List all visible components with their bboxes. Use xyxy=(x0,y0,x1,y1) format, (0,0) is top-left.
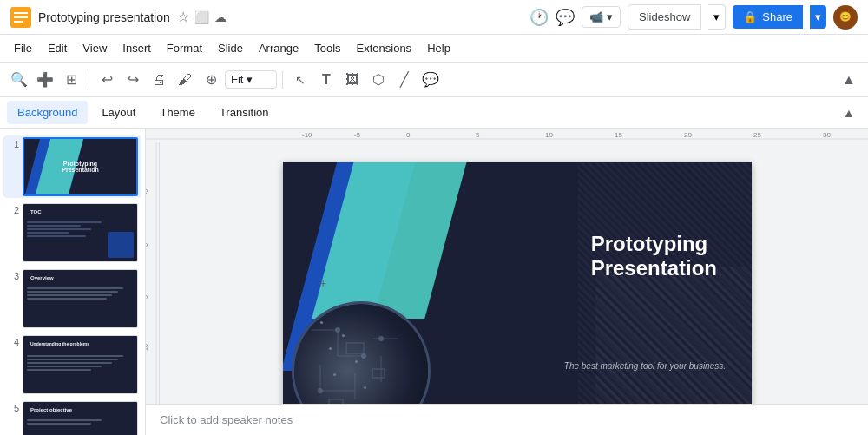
title-right: 🕐 💬 📹 ▾ Slideshow ▾ 🔒 Share ▾ 😊 xyxy=(529,4,858,30)
toolbar-right: ▲ xyxy=(837,68,861,92)
toolbar: 🔍 ➕ ⊞ ↩ ↪ 🖨 🖌 ⊕ Fit ▾ ↖ T 🖼 ⬡ ╱ 💬 ▲ xyxy=(0,63,868,97)
menu-file[interactable]: File xyxy=(7,38,39,58)
menu-help[interactable]: Help xyxy=(420,38,457,58)
meet-button[interactable]: 📹 ▾ xyxy=(582,6,621,28)
speaker-notes[interactable]: Click to add speaker notes xyxy=(146,404,868,435)
menu-format[interactable]: Format xyxy=(160,38,209,58)
svg-text:5: 5 xyxy=(146,295,148,299)
slide-thumbnail-5[interactable]: 5 Project objective xyxy=(3,399,141,435)
avatar[interactable]: 😊 xyxy=(833,5,858,30)
svg-rect-2 xyxy=(14,16,28,18)
slide-thumbnail-4[interactable]: 4 Understanding the problems xyxy=(3,333,141,396)
slideshow-dropdown-button[interactable]: ▾ xyxy=(708,4,726,30)
meet-icon: 📹 xyxy=(589,10,603,23)
svg-rect-1 xyxy=(14,12,28,14)
lock-icon: 🔒 xyxy=(743,10,757,23)
menu-insert[interactable]: Insert xyxy=(115,38,158,58)
slide-thumbnail-2[interactable]: 2 TOC xyxy=(3,201,141,264)
print-button[interactable]: 🖨 xyxy=(147,68,171,92)
ruler-v-ticks: -5 0 5 10 xyxy=(146,142,160,435)
grid-button[interactable]: ⊞ xyxy=(59,68,83,92)
slide-subtitle: The best marketing tool for your busines… xyxy=(564,361,726,371)
svg-text:15: 15 xyxy=(615,131,622,139)
svg-text:5: 5 xyxy=(476,131,480,139)
paint-format-button[interactable]: 🖌 xyxy=(173,68,197,92)
svg-text:25: 25 xyxy=(753,131,761,139)
svg-text:30: 30 xyxy=(823,131,831,139)
svg-text:0: 0 xyxy=(406,131,411,139)
svg-text:-5: -5 xyxy=(146,189,148,194)
zoom-selector[interactable]: Fit ▾ xyxy=(225,70,277,89)
svg-text:-10: -10 xyxy=(302,131,312,139)
menu-arrange[interactable]: Arrange xyxy=(252,38,306,58)
add-button[interactable]: ➕ xyxy=(33,68,57,92)
slide-5-title: Project objective xyxy=(30,407,72,412)
main-slide[interactable]: PrototypingPresentation The best marketi… xyxy=(283,162,752,423)
text-button[interactable]: T xyxy=(314,68,339,92)
cloud-icon[interactable]: ☁ xyxy=(214,10,227,24)
comment-button[interactable]: 💬 xyxy=(556,8,575,27)
slide-num-2: 2 xyxy=(7,203,19,215)
toolbar-separator-2 xyxy=(282,71,283,89)
slide-4-title: Understanding the problems xyxy=(30,341,89,347)
slide-texture-br xyxy=(595,267,752,423)
history-button[interactable]: 🕐 xyxy=(529,8,549,27)
main-area: 1 PrototypingPresentation 2 TOC xyxy=(0,129,868,435)
menu-slide[interactable]: Slide xyxy=(211,38,250,58)
line-button[interactable]: ╱ xyxy=(392,68,417,92)
speaker-notes-placeholder[interactable]: Click to add speaker notes xyxy=(160,413,293,426)
toolbar-separator-1 xyxy=(89,71,89,89)
svg-rect-34 xyxy=(372,369,385,378)
redo-button[interactable]: ↪ xyxy=(121,68,145,92)
avatar-initial: 😊 xyxy=(839,11,852,23)
drive-icon[interactable]: ⬜ xyxy=(194,10,209,24)
menu-edit[interactable]: Edit xyxy=(41,38,74,58)
slide-num-3: 3 xyxy=(7,269,19,281)
slide-image-1: PrototypingPresentation xyxy=(23,137,138,196)
svg-text:-5: -5 xyxy=(354,131,361,139)
slide-image-3: Overview xyxy=(23,269,138,328)
slide-num-5: 5 xyxy=(7,401,19,413)
slide-5-lines xyxy=(27,419,134,426)
undo-button[interactable]: ↩ xyxy=(95,68,119,92)
slide-canvas[interactable]: PrototypingPresentation The best marketi… xyxy=(167,149,868,435)
slide-num-1: 1 xyxy=(7,137,19,149)
document-title[interactable]: Prototyping presentation xyxy=(38,10,170,24)
shape-button[interactable]: ⬡ xyxy=(366,68,391,92)
slide-thumbnail-1[interactable]: 1 PrototypingPresentation xyxy=(3,135,141,198)
meet-dropdown-icon: ▾ xyxy=(607,10,613,23)
slide-1-title-text: PrototypingPresentation xyxy=(62,161,98,173)
app-icon xyxy=(10,7,31,28)
slide-image-5: Project objective xyxy=(23,401,138,435)
svg-rect-32 xyxy=(346,343,364,353)
menu-view[interactable]: View xyxy=(76,38,114,58)
slide-2-title: TOC xyxy=(30,209,42,214)
collapse-button[interactable]: ▲ xyxy=(837,68,861,92)
tab-theme[interactable]: Theme xyxy=(149,101,205,124)
svg-point-28 xyxy=(335,327,340,333)
svg-point-31 xyxy=(378,336,384,341)
cursor-button[interactable]: ↖ xyxy=(288,68,312,92)
menu-extensions[interactable]: Extensions xyxy=(350,38,419,58)
comment-toolbar-button[interactable]: 💬 xyxy=(418,68,443,92)
slide-title: PrototypingPresentation xyxy=(591,232,717,282)
zoom-dropdown-icon: ▾ xyxy=(247,73,253,86)
tab-transition[interactable]: Transition xyxy=(209,101,279,124)
tab-layout[interactable]: Layout xyxy=(91,101,146,124)
tab-background[interactable]: Background xyxy=(7,101,88,124)
canvas-area[interactable]: -10 -5 0 5 10 15 20 25 30 35 -5 0 5 xyxy=(146,129,868,435)
slide-panel: 1 PrototypingPresentation 2 TOC xyxy=(0,129,146,435)
image-button[interactable]: 🖼 xyxy=(340,68,365,92)
share-button[interactable]: 🔒 Share xyxy=(733,5,803,29)
svg-rect-3 xyxy=(14,21,23,23)
zoom-in-button[interactable]: ⊕ xyxy=(199,68,223,92)
share-dropdown-button[interactable]: ▾ xyxy=(810,5,826,29)
zoom-value: Fit xyxy=(231,73,243,86)
slideshow-button[interactable]: Slideshow xyxy=(628,4,701,30)
search-button[interactable]: 🔍 xyxy=(7,68,31,92)
slide-thumbnail-3[interactable]: 3 Overview xyxy=(3,267,141,330)
menu-tools[interactable]: Tools xyxy=(307,38,347,58)
slide-image-4: Understanding the problems xyxy=(23,335,138,394)
star-icon[interactable]: ☆ xyxy=(177,9,189,25)
collapse-panel-button[interactable]: ▲ xyxy=(837,101,861,125)
